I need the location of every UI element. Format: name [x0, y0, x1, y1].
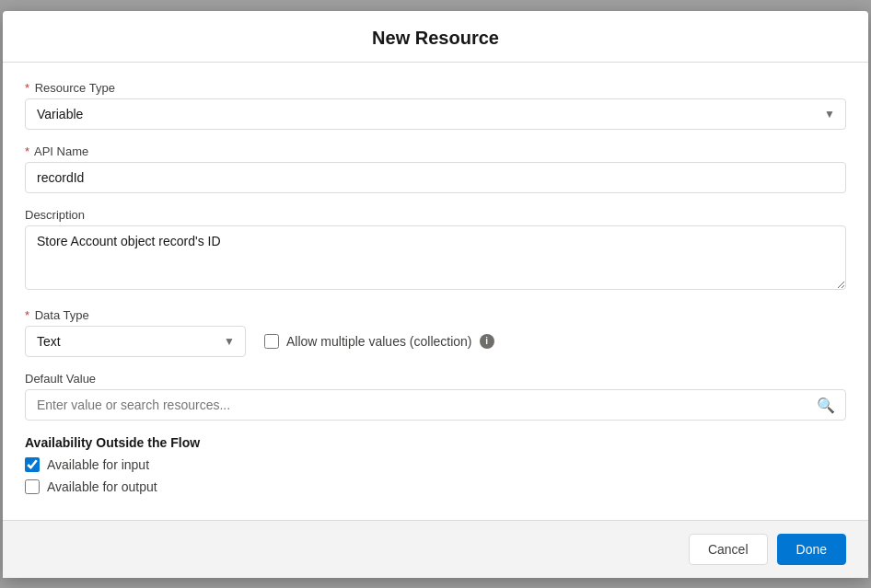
new-resource-modal: New Resource * Resource Type VariableCon… — [3, 11, 868, 578]
resource-type-group: * Resource Type VariableConstantFormulaR… — [25, 81, 846, 130]
modal-footer: Cancel Done — [3, 520, 868, 578]
available-for-input-label[interactable]: Available for input — [47, 457, 149, 472]
cancel-button[interactable]: Cancel — [689, 534, 768, 565]
modal-header: New Resource — [3, 11, 868, 63]
default-value-label: Default Value — [25, 372, 846, 386]
api-name-label: * API Name — [25, 144, 846, 158]
description-textarea[interactable]: Store Account object record's ID — [25, 225, 846, 290]
modal-title: New Resource — [25, 28, 846, 49]
api-name-group: * API Name — [25, 144, 846, 193]
default-value-input[interactable] — [25, 389, 846, 421]
done-button[interactable]: Done — [777, 534, 846, 565]
default-value-group: Default Value 🔍 — [25, 372, 846, 421]
availability-title: Availability Outside the Flow — [25, 435, 846, 450]
resource-type-select[interactable]: VariableConstantFormulaRecord (Single)Re… — [25, 98, 846, 130]
description-group: Description Store Account object record'… — [25, 208, 846, 294]
data-type-group: * Data Type TextNumberCurrencyBooleanDat… — [25, 308, 846, 357]
description-label: Description — [25, 208, 846, 222]
available-for-output-label[interactable]: Available for output — [47, 479, 157, 494]
modal-body: * Resource Type VariableConstantFormulaR… — [3, 63, 868, 520]
data-type-label: * Data Type — [25, 308, 846, 322]
available-for-output-checkbox[interactable] — [25, 479, 40, 494]
info-icon[interactable]: i — [480, 334, 494, 349]
modal-overlay: New Resource * Resource Type VariableCon… — [0, 0, 871, 588]
required-star-dt: * — [25, 308, 29, 322]
api-name-input[interactable] — [25, 162, 846, 193]
data-type-row: TextNumberCurrencyBooleanDateDate/TimeRe… — [25, 326, 846, 357]
required-star: * — [25, 81, 29, 95]
resource-type-label: * Resource Type — [25, 81, 846, 95]
available-input-row: Available for input — [25, 457, 846, 472]
required-star-api: * — [25, 144, 29, 158]
resource-type-select-wrapper: VariableConstantFormulaRecord (Single)Re… — [25, 98, 846, 130]
available-output-row: Available for output — [25, 479, 846, 494]
collection-label[interactable]: Allow multiple values (collection) — [286, 334, 472, 349]
available-for-input-checkbox[interactable] — [25, 457, 40, 472]
collection-checkbox[interactable] — [264, 334, 279, 349]
collection-checkbox-wrapper: Allow multiple values (collection) i — [264, 334, 494, 349]
data-type-select-wrapper: TextNumberCurrencyBooleanDateDate/TimeRe… — [25, 326, 246, 357]
data-type-select[interactable]: TextNumberCurrencyBooleanDateDate/TimeRe… — [25, 326, 246, 357]
default-value-wrapper: 🔍 — [25, 389, 846, 421]
availability-section: Availability Outside the Flow Available … — [25, 435, 846, 494]
